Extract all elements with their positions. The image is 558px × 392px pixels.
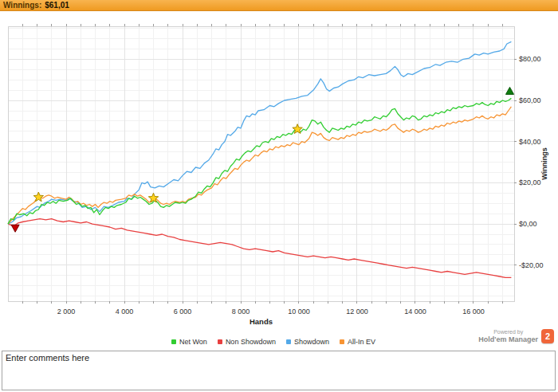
- legend-swatch-icon: [340, 339, 344, 344]
- legend-label: Showdown: [294, 338, 329, 346]
- x-tick-label: 10 000: [288, 308, 310, 316]
- legend-item-showdown[interactable]: Showdown: [286, 338, 329, 346]
- titlebar-label: Winnings:: [3, 1, 41, 10]
- series-non-showdown: [8, 219, 511, 278]
- series-net-won: [8, 98, 511, 224]
- legend-swatch-icon: [218, 339, 222, 344]
- end-marker-icon: [506, 87, 514, 94]
- winnings-graph-window: Winnings: $61,01 2 0004 0006 0008 00010 …: [0, 0, 558, 392]
- comments-input[interactable]: Enter comments here: [2, 351, 556, 390]
- legend-label: Non Showdown: [226, 338, 276, 346]
- x-axis-title: Hands: [250, 317, 273, 326]
- y-tick-label: -$20,00: [519, 261, 544, 269]
- x-tick-label: 6 000: [174, 308, 192, 316]
- legend-item-net-won[interactable]: Net Won: [171, 338, 207, 346]
- powered-by-label: Powered by: [493, 329, 523, 335]
- powered-by-logo: Powered by Hold'em Manager 2: [478, 329, 554, 343]
- legend-label: All-In EV: [348, 338, 375, 346]
- series-showdown: [8, 41, 511, 224]
- y-tick-label: $80,00: [519, 55, 541, 63]
- x-tick-label: 12 000: [346, 308, 368, 316]
- legend-item-all-in-ev[interactable]: All-In EV: [340, 338, 375, 346]
- y-tick-label: $40,00: [519, 138, 541, 146]
- x-tick-label: 16 000: [462, 308, 485, 316]
- winnings-chart: 2 0004 0006 0008 00010 00012 00014 00016…: [0, 11, 558, 351]
- titlebar-value: $61,01: [45, 1, 69, 10]
- x-tick-label: 4 000: [116, 308, 134, 316]
- y-axis-title: Winnings: [540, 147, 548, 179]
- legend-swatch-icon: [171, 339, 176, 344]
- x-tick-label: 2 000: [57, 308, 76, 316]
- start-marker-icon: [11, 225, 19, 232]
- x-tick-label: 8 000: [232, 308, 250, 316]
- y-tick-label: $20,00: [519, 178, 541, 186]
- legend-label: Net Won: [179, 338, 207, 346]
- titlebar: Winnings: $61,01: [0, 0, 558, 11]
- hm2-badge-icon: 2: [541, 329, 554, 343]
- legend-item-non-showdown[interactable]: Non Showdown: [218, 338, 276, 346]
- plot-area: [8, 26, 514, 301]
- y-tick-label: $0,00: [519, 220, 537, 228]
- x-tick-label: 14 000: [404, 308, 426, 316]
- chart-legend: Net WonNon ShowdownShowdownAll-In EV: [0, 338, 547, 346]
- y-tick-label: $60,00: [519, 96, 541, 104]
- legend-swatch-icon: [286, 339, 291, 344]
- app-name-label: Hold'em Manager: [478, 335, 538, 343]
